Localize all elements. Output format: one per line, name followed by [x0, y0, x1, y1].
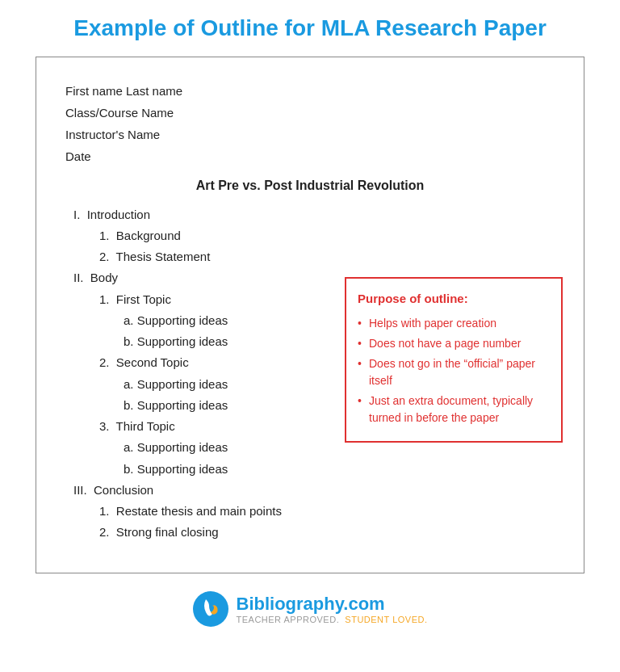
- purpose-item-1: Helps with paper creation: [358, 315, 550, 332]
- header-line1: First name Last name: [65, 80, 555, 102]
- purpose-item-4: Just an extra document, typically turned…: [358, 393, 550, 426]
- bibliography-logo-icon: [193, 591, 228, 627]
- header-line2: Class/Course Name: [65, 102, 555, 124]
- header-line4: Date: [65, 145, 555, 167]
- tagline-part2: STUDENT LOVED.: [345, 615, 427, 624]
- section-1-label: I.: [73, 208, 87, 221]
- svg-point-0: [193, 591, 228, 627]
- section-1-title: Introduction: [87, 208, 150, 221]
- purpose-box: Purpose of outline: Helps with paper cre…: [345, 277, 563, 443]
- paper-header: First name Last name Class/Course Name I…: [65, 80, 555, 167]
- section-1-item-1: 1. Background: [99, 225, 555, 246]
- purpose-item-3: Does not go in the “official” paper itse…: [358, 355, 550, 389]
- footer: Bibliography.com TEACHER APPROVED. STUDE…: [193, 591, 428, 627]
- footer-brand: Bibliography.com: [237, 594, 428, 615]
- section-1: I. Introduction: [73, 204, 555, 225]
- purpose-item-2: Does not have a page number: [358, 335, 550, 352]
- footer-tagline: TEACHER APPROVED. STUDENT LOVED.: [237, 615, 428, 624]
- section-1-item-2: 2. Thesis Statement: [99, 246, 555, 267]
- section-3: III. Conclusion: [73, 480, 555, 501]
- paper-container: First name Last name Class/Course Name I…: [36, 57, 584, 573]
- purpose-list: Helps with paper creation Does not have …: [358, 315, 550, 426]
- outline-body: I. Introduction 1. Background 2. Thesis …: [65, 204, 555, 544]
- footer-text: Bibliography.com TEACHER APPROVED. STUDE…: [237, 594, 428, 624]
- page-title: Example of Outline for MLA Research Pape…: [73, 15, 547, 42]
- paper-title: Art Pre vs. Post Industrial Revolution: [65, 178, 555, 193]
- header-line3: Instructor's Name: [65, 124, 555, 145]
- tagline-part1: TEACHER APPROVED.: [237, 615, 340, 624]
- purpose-box-title: Purpose of outline:: [358, 288, 550, 309]
- topic-3-sub-b: b. Supporting ideas: [124, 459, 555, 480]
- section-3-item-2: 2. Strong final closing: [99, 522, 555, 543]
- section-3-item-1: 1. Restate thesis and main points: [99, 501, 555, 522]
